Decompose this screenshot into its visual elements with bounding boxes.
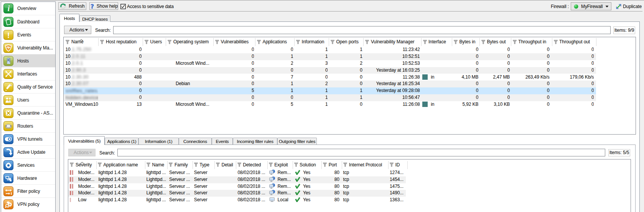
svg-text:!: ! xyxy=(7,31,10,39)
svg-text:i: i xyxy=(8,4,10,13)
svg-text:?: ? xyxy=(91,3,94,10)
